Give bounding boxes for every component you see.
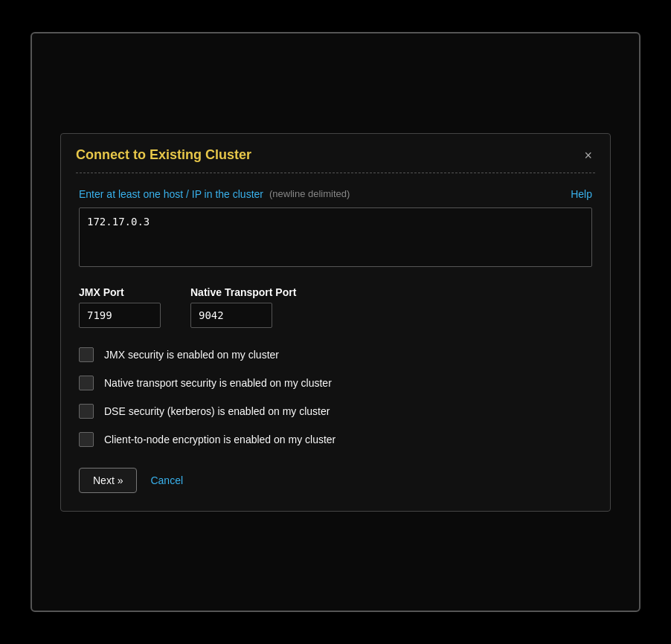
checkbox-row-4: Client-to-node encryption is enabled on … [79, 432, 592, 447]
host-label-row: Enter at least one host / IP in the clus… [79, 188, 592, 200]
cancel-button[interactable]: Cancel [150, 474, 183, 486]
native-security-label: Native transport security is enabled on … [104, 377, 332, 389]
host-label: Enter at least one host / IP in the clus… [79, 188, 263, 200]
jmx-port-group: JMX Port [79, 286, 161, 328]
encryption-label: Client-to-node encryption is enabled on … [104, 434, 336, 445]
ports-section: JMX Port Native Transport Port [79, 286, 592, 328]
encryption-checkbox[interactable] [79, 432, 94, 447]
checkbox-row-1: JMX security is enabled on my cluster [79, 347, 592, 362]
actions-row: Next » Cancel [79, 468, 592, 493]
native-port-group: Native Transport Port [190, 286, 296, 328]
native-port-label: Native Transport Port [190, 286, 296, 298]
close-button[interactable]: × [581, 147, 595, 164]
outer-frame: Connect to Existing Cluster × Enter at l… [30, 32, 640, 612]
jmx-security-label: JMX security is enabled on my cluster [104, 349, 279, 361]
native-security-checkbox[interactable] [79, 376, 94, 390]
checkbox-row-3: DSE security (kerberos) is enabled on my… [79, 404, 592, 419]
host-input[interactable]: 172.17.0.3 [79, 207, 592, 267]
checkboxes-section: JMX security is enabled on my cluster Na… [79, 347, 592, 447]
native-port-input[interactable] [190, 303, 272, 328]
jmx-port-label: JMX Port [79, 286, 161, 298]
next-button[interactable]: Next » [79, 468, 137, 493]
help-link[interactable]: Help [571, 188, 592, 200]
dse-security-label: DSE security (kerberos) is enabled on my… [104, 405, 330, 417]
jmx-security-checkbox[interactable] [79, 347, 94, 362]
dse-security-checkbox[interactable] [79, 404, 94, 419]
dialog-body: Enter at least one host / IP in the clus… [61, 173, 610, 511]
jmx-port-input[interactable] [79, 303, 161, 328]
dialog: Connect to Existing Cluster × Enter at l… [60, 133, 611, 512]
dialog-title: Connect to Existing Cluster [76, 147, 251, 163]
checkbox-row-2: Native transport security is enabled on … [79, 376, 592, 390]
host-note: (newline delimited) [269, 188, 350, 199]
dialog-header: Connect to Existing Cluster × [61, 134, 610, 173]
